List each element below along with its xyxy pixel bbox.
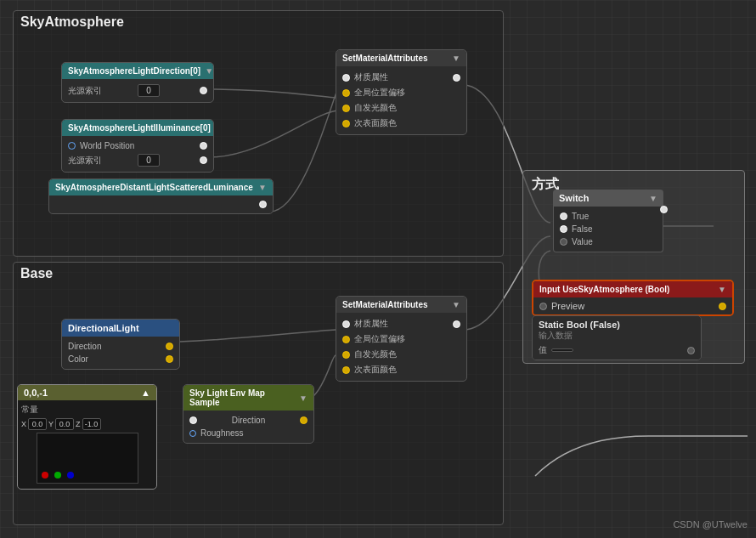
vector-x-label: X (21, 420, 26, 428)
setmatattr1-header: SetMaterialAttributes ▼ (336, 50, 466, 66)
skyatmosphere-distant-label: SkyAtmosphereDistantLightScatteredLumina… (55, 183, 253, 192)
vector-constant-node: 0,0,-1 ▲ 常量 X 0.0 Y 0.0 Z -1.0 (17, 384, 157, 490)
static-bool-title: Static Bool (False) (539, 320, 695, 330)
setmatattr2-matprop-pin-in (342, 320, 350, 328)
vector-z-input[interactable]: -1.0 (82, 418, 101, 430)
skyatmosphere-illum-node: SkyAtmosphereLightIlluminance[0] ▼ World… (61, 119, 214, 173)
dirlight-direction-row: Direction (62, 340, 179, 353)
setmatattr1-offset-label: 全局位置偏移 (354, 87, 405, 99)
illum-worldpos-label: World Position (80, 141, 134, 150)
dirlight-direction-label: Direction (68, 342, 101, 351)
skylight-direction-pin-in (189, 416, 197, 424)
watermark: CSDN @UTwelve (673, 519, 748, 530)
setmatattr2-matprop-label: 材质属性 (354, 318, 388, 330)
input-bool-chevron[interactable]: ▼ (718, 285, 726, 294)
static-bool-node: Static Bool (False) 输入数据 值 (532, 315, 702, 360)
skylight-roughness-row: Roughness (183, 427, 313, 439)
distant-output-pin (259, 201, 267, 208)
vector-label: 0,0,-1 (24, 388, 48, 398)
setmatattr1-label: SetMaterialAttributes (342, 54, 428, 63)
skyatmosphere-lightdir-label: SkyAtmosphereLightDirection[0] (68, 66, 200, 76)
setmatattr2-offset-label: 全局位置偏移 (354, 333, 405, 345)
switch-false-row: False (554, 223, 663, 235)
switch-node: Switch ▼ True False Value (553, 190, 663, 252)
setmatattr1-node: SetMaterialAttributes ▼ 材质属性 全局位置偏移 自发光颜… (336, 49, 467, 135)
illum-index-output-pin (200, 156, 207, 164)
setmatattr2-label: SetMaterialAttributes (342, 300, 428, 309)
switch-true-pin (560, 212, 567, 220)
skyatmosphere-lightdir-chevron[interactable]: ▼ (205, 66, 213, 76)
switch-chevron[interactable]: ▼ (649, 194, 657, 203)
setmatattr1-matprop-label: 材质属性 (354, 71, 388, 83)
switch-header-label: Switch (559, 193, 589, 203)
vector-z-label: Z (76, 420, 81, 428)
setmatattr1-emissive-row: 自发光颜色 (336, 100, 466, 116)
setmatattr2-node: SetMaterialAttributes ▼ 材质属性 全局位置偏移 自发光颜… (336, 296, 467, 382)
illum-index-label: 光源索引 (68, 155, 102, 167)
input-bool-node: Input UseSkyAtmosphere (Bool) ▼ Preview (532, 280, 734, 316)
base-title: Base (14, 263, 503, 285)
vector-x-input[interactable]: 0.0 (28, 418, 47, 430)
skyatmosphere-illum-header: SkyAtmosphereLightIlluminance[0] ▼ (62, 120, 213, 136)
dirlight-direction-pin (166, 343, 173, 350)
dirlight-label: DirectionalLight (68, 323, 139, 333)
vector-y-label: Y (48, 420, 54, 428)
input-bool-preview-pin (539, 303, 547, 310)
static-bool-output-pin (687, 347, 695, 354)
static-bool-subtitle: 输入数据 (539, 330, 695, 342)
skyatmosphere-distant-header: SkyAtmosphereDistantLightScatteredLumina… (49, 179, 273, 195)
setmatattr1-subsurface-row: 次表面颜色 (336, 116, 466, 131)
setmatattr1-offset-row: 全局位置偏移 (336, 85, 466, 100)
setmatattr1-matprop-row: 材质属性 (336, 70, 466, 85)
switch-value-pin (560, 238, 567, 246)
distant-output-row (49, 199, 273, 210)
skyatmosphere-illum-label: SkyAtmosphereLightIlluminance[0] (68, 123, 211, 133)
setmatattr2-offset-pin-in (342, 336, 350, 343)
skylight-env-chevron[interactable]: ▼ (299, 394, 307, 403)
setmatattr2-header: SetMaterialAttributes ▼ (336, 297, 466, 313)
illum-worldpos-row: World Position (62, 139, 213, 152)
skylight-roughness-pin-in (189, 430, 196, 437)
setmatattr2-emissive-label: 自发光颜色 (354, 348, 397, 360)
vector-y-input[interactable]: 0.0 (55, 418, 74, 430)
input-bool-preview-label: Preview (551, 301, 584, 311)
skylight-env-label: Sky Light Env Map Sample (189, 388, 295, 407)
skylight-roughness-label: Roughness (200, 428, 244, 438)
dirlight-color-row: Color (62, 353, 179, 365)
switch-false-pin (560, 225, 567, 233)
illum-index-row: 光源索引 0 (62, 152, 213, 168)
skyatmosphere-title: SkyAtmosphere (14, 11, 503, 33)
lightdir-index-label: 光源索引 (68, 85, 102, 97)
skylight-direction-pin-out (300, 416, 307, 424)
skyatmosphere-lightdir-row: 光源索引 0 (62, 82, 213, 99)
vector-red-dot (42, 472, 48, 479)
lightdir-index-input[interactable]: 0 (138, 84, 160, 97)
lightdir-output-pin (200, 87, 207, 94)
setmatattr2-emissive-row: 自发光颜色 (336, 347, 466, 362)
setmatattr2-matprop-row: 材质属性 (336, 316, 466, 331)
input-bool-label: Input UseSkyAtmosphere (Bool) (539, 285, 669, 294)
switch-true-label: True (572, 212, 657, 221)
setmatattr1-emissive-pin-in (342, 105, 350, 112)
dirlight-node: DirectionalLight Direction Color (61, 319, 180, 370)
vector-blue-dot (67, 472, 74, 479)
static-bool-value-label: 值 (539, 344, 547, 356)
illum-index-input[interactable]: 0 (138, 154, 160, 167)
dirlight-header: DirectionalLight (62, 320, 179, 337)
setmatattr1-offset-pin-in (342, 89, 350, 97)
vector-type-label: 常量 (21, 404, 153, 416)
skylight-direction-label: Direction (232, 416, 265, 425)
setmatattr2-matprop-pin-out (453, 320, 460, 328)
dirlight-color-pin (166, 355, 173, 363)
vector-chevron[interactable]: ▲ (141, 388, 150, 398)
setmatattr2-chevron[interactable]: ▼ (452, 300, 460, 309)
setmatattr1-subsurface-label: 次表面颜色 (354, 117, 397, 129)
setmatattr1-chevron[interactable]: ▼ (452, 54, 460, 63)
switch-value-label: Value (572, 237, 657, 246)
skyatmosphere-lightdir-node: SkyAtmosphereLightDirection[0] ▼ 光源索引 0 (61, 62, 214, 103)
switch-value-row: Value (554, 235, 663, 248)
skylight-direction-row: Direction (183, 414, 313, 427)
vector-green-dot (54, 472, 61, 479)
skyatmosphere-distant-chevron[interactable]: ▼ (258, 183, 267, 192)
static-bool-value-input[interactable] (551, 348, 573, 352)
